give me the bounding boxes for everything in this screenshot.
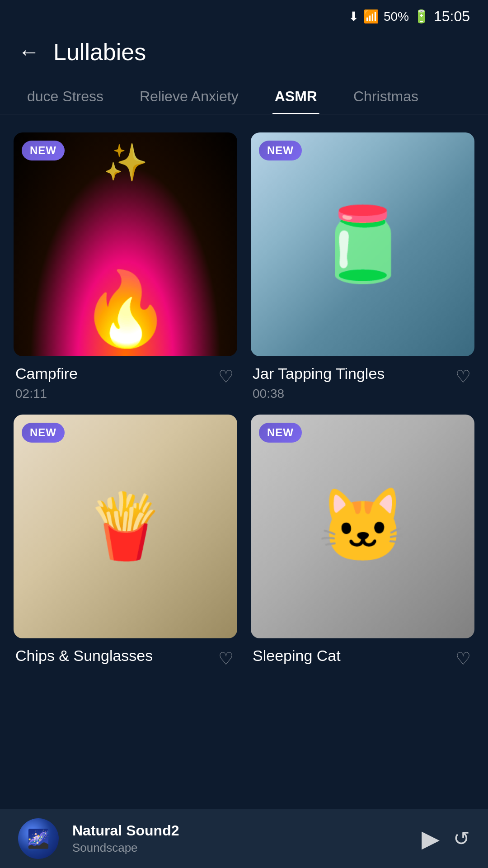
tab-asmr[interactable]: ASMR (257, 79, 335, 114)
player-info: Natural Sound2 Soundscape (72, 822, 408, 855)
card-jar-title: Jar Tapping Tingles (253, 364, 454, 383)
player-track-subtitle: Soundscape (72, 841, 408, 855)
card-chips[interactable]: NEW Chips & Sunglasses ♡ (14, 415, 237, 669)
card-cat-image (251, 415, 474, 638)
cards-grid: NEW Campfire 02:11 ♡ NEW Jar Tapping Tin… (0, 132, 488, 669)
card-cat[interactable]: NEW Sleeping Cat ♡ (251, 415, 474, 669)
card-chips-text: Chips & Sunglasses (15, 646, 216, 669)
status-bar: ⬇ 📶 50% 🔋 15:05 (0, 0, 488, 29)
player-controls: ▶ ↺ (422, 827, 470, 850)
card-cat-badge: NEW (259, 423, 302, 443)
wifi-icon: 📶 (363, 9, 379, 24)
card-campfire-badge: NEW (22, 141, 65, 160)
download-icon: ⬇ (348, 9, 359, 24)
card-jar-like-button[interactable]: ♡ (454, 366, 473, 387)
page-title: Lullabies (53, 38, 146, 66)
player-thumbnail: 🌌 (18, 818, 59, 859)
bottom-player: 🌌 Natural Sound2 Soundscape ▶ ↺ (0, 809, 488, 868)
card-jar-text: Jar Tapping Tingles 00:38 (253, 364, 454, 401)
battery-percent: 50% (384, 9, 409, 24)
card-cat-info: Sleeping Cat ♡ (251, 646, 474, 669)
status-time: 15:05 (434, 8, 470, 25)
player-replay-button[interactable]: ↺ (453, 829, 470, 849)
header: ← Lullabies (0, 29, 488, 79)
card-jar-duration: 00:38 (253, 387, 454, 401)
card-jar-badge: NEW (259, 141, 302, 160)
card-cat-text: Sleeping Cat (253, 646, 454, 669)
player-track-title: Natural Sound2 (72, 822, 408, 839)
category-tabs: duce Stress Relieve Anxiety ASMR Christm… (0, 79, 488, 114)
card-chips-info: Chips & Sunglasses ♡ (14, 646, 237, 669)
card-campfire[interactable]: NEW Campfire 02:11 ♡ (14, 132, 237, 401)
card-chips-like-button[interactable]: ♡ (216, 648, 235, 669)
tab-relieve-anxiety[interactable]: Relieve Anxiety (122, 79, 257, 114)
card-chips-image (14, 415, 237, 638)
card-campfire-info: Campfire 02:11 ♡ (14, 364, 237, 401)
card-cat-like-button[interactable]: ♡ (454, 648, 473, 669)
card-cat-title: Sleeping Cat (253, 646, 454, 665)
card-campfire-image-wrapper: NEW (14, 132, 237, 356)
card-campfire-text: Campfire 02:11 (15, 364, 216, 401)
card-jar-info: Jar Tapping Tingles 00:38 ♡ (251, 364, 474, 401)
battery-icon: 🔋 (413, 9, 429, 24)
card-chips-badge: NEW (22, 423, 65, 443)
content-area: NEW Campfire 02:11 ♡ NEW Jar Tapping Tin… (0, 132, 488, 741)
card-jar-image (251, 132, 474, 356)
card-chips-title: Chips & Sunglasses (15, 646, 216, 665)
player-play-button[interactable]: ▶ (422, 827, 440, 850)
tab-reduce-stress[interactable]: duce Stress (9, 79, 122, 114)
status-icons: ⬇ 📶 50% 🔋 15:05 (348, 8, 470, 25)
card-campfire-duration: 02:11 (15, 387, 216, 401)
card-campfire-title: Campfire (15, 364, 216, 383)
card-cat-image-wrapper: NEW (251, 415, 474, 638)
card-campfire-image (14, 132, 237, 356)
card-jar-image-wrapper: NEW (251, 132, 474, 356)
back-button[interactable]: ← (18, 41, 40, 63)
tab-christmas[interactable]: Christmas (335, 79, 436, 114)
card-jar-tapping[interactable]: NEW Jar Tapping Tingles 00:38 ♡ (251, 132, 474, 401)
card-chips-image-wrapper: NEW (14, 415, 237, 638)
card-campfire-like-button[interactable]: ♡ (216, 366, 235, 387)
